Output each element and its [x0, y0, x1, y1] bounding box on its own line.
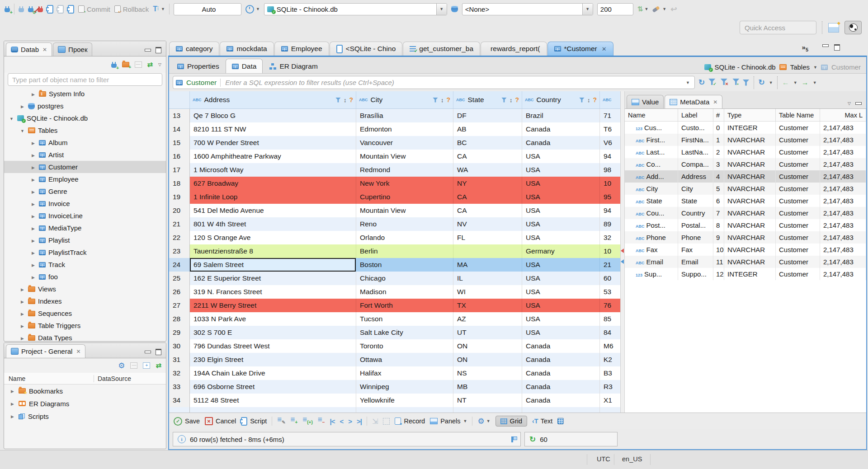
row-number[interactable]: 19	[169, 190, 190, 204]
cell-table-name[interactable]: Customer	[776, 268, 820, 280]
cell-country[interactable]: USA	[522, 272, 600, 285]
cell-ordinal[interactable]: 0	[713, 122, 724, 134]
cell-state[interactable]: ON	[453, 353, 522, 366]
cell-address[interactable]: Tauentzienstraße 8	[190, 244, 356, 258]
table-row[interactable]: 18 627 Broadway New York NY USA 10	[169, 177, 620, 190]
cell-country[interactable]: Canada	[522, 353, 600, 366]
column-name[interactable]: Name	[625, 109, 678, 121]
txn-mode-select[interactable]: Auto	[174, 3, 241, 15]
cell-country[interactable]: Canada	[522, 366, 600, 380]
close-icon[interactable]: ✕	[76, 348, 80, 355]
transaction-mode-button[interactable]: T ▼	[153, 5, 165, 13]
table-row[interactable]: 34 5112 48 Street Yellowknife NT Canada …	[169, 394, 620, 407]
minimize-icon[interactable]	[145, 49, 151, 52]
cell-city[interactable]: Brasília	[356, 109, 453, 122]
cell-state[interactable]: AZ	[453, 312, 522, 326]
tree-item[interactable]: Table Triggers	[4, 319, 166, 332]
cell-state[interactable]: MA	[453, 258, 522, 272]
metadata-row[interactable]: Phone Phone 9 NVARCHAR Customer 2,147,48…	[625, 231, 866, 244]
cell-address[interactable]: 2211 W Berry Street	[190, 299, 356, 312]
editor-tab[interactable]: mockdata ✕	[220, 42, 274, 56]
table-row[interactable]: 29 302 S 700 E Salt Lake City UT USA 84	[169, 326, 620, 339]
editor-subtab[interactable]: Data	[226, 59, 263, 73]
cell-country[interactable]: USA	[522, 204, 600, 217]
row-number[interactable]: 15	[169, 136, 190, 150]
cell-postalcode[interactable]: 94	[600, 150, 620, 163]
cell-country[interactable]: Canada	[522, 339, 600, 353]
save-button[interactable]: ✓Save	[174, 417, 200, 426]
cell-address[interactable]: 1600 Amphitheatre Parkway	[190, 150, 356, 163]
tree-expand-icon[interactable]	[9, 413, 15, 419]
tree-expand-icon[interactable]	[30, 250, 36, 255]
tree-expand-icon[interactable]	[19, 128, 25, 133]
tree-expand-icon[interactable]	[19, 286, 25, 292]
cell-postalcode[interactable]: X1	[600, 394, 620, 407]
tree-expand-icon[interactable]	[30, 238, 36, 243]
row-number[interactable]: 20	[169, 204, 190, 217]
cell-ordinal[interactable]: 8	[713, 219, 724, 231]
column-ordinal[interactable]: #	[713, 109, 724, 121]
row-number[interactable]: 21	[169, 217, 190, 231]
undo-icon[interactable]: ↩	[670, 5, 677, 14]
cell-city[interactable]: Vancouver	[356, 136, 453, 150]
cell-address[interactable]: 302 S 700 E	[190, 326, 356, 339]
cell-postalcode[interactable]: 94	[600, 204, 620, 217]
cell-city[interactable]: Yellowknife	[356, 394, 453, 407]
cell-state[interactable]: TX	[453, 299, 522, 312]
tree-expand-icon[interactable]	[30, 189, 36, 194]
row-number[interactable]: 28	[169, 312, 190, 326]
cell-postalcode[interactable]: 84	[600, 326, 620, 339]
cell-type[interactable]: NVARCHAR	[724, 170, 776, 183]
cell-postalcode[interactable]: 76	[600, 299, 620, 312]
cell-city[interactable]: Fort Worth	[356, 299, 453, 312]
editor-tab[interactable]: Employee ✕	[274, 42, 329, 56]
add-row-icon[interactable]: ≡+	[291, 417, 298, 426]
cell-type[interactable]: NVARCHAR	[724, 183, 776, 195]
cell-address[interactable]: 1033 N Park Ave	[190, 312, 356, 326]
row-number[interactable]: 17	[169, 163, 190, 177]
cell-table-name[interactable]: Customer	[776, 158, 820, 170]
cell-ordinal[interactable]: 10	[713, 244, 724, 256]
corner-cell[interactable]	[169, 91, 190, 108]
row-number[interactable]: 25	[169, 272, 190, 285]
filter-icon[interactable]	[579, 98, 585, 103]
tree-item[interactable]: System Info	[4, 88, 166, 100]
cell-type[interactable]: NVARCHAR	[724, 134, 776, 146]
refresh-icon[interactable]: ↻	[698, 78, 705, 87]
cell-city[interactable]: Mountain View	[356, 204, 453, 217]
cell-state[interactable]: DF	[453, 109, 522, 122]
tree-expand-icon[interactable]	[19, 299, 25, 304]
cell-address[interactable]: 230 Elgin Street	[190, 353, 356, 366]
cell-table-name[interactable]: Customer	[776, 170, 820, 183]
table-row[interactable]: 20 541 Del Medio Avenue Mountain View CA…	[169, 204, 620, 217]
apply-filter-icon[interactable]: ✓	[708, 79, 717, 86]
settings-button[interactable]: ⚙▼	[477, 417, 490, 426]
panels-button[interactable]: Panels▼	[430, 417, 467, 425]
cell-postalcode[interactable]: V6	[600, 136, 620, 150]
cell-ordinal[interactable]: 11	[713, 256, 724, 268]
tree-expand-icon[interactable]	[30, 262, 36, 267]
sync-connection-button[interactable]: ⇅ ▼	[637, 5, 649, 13]
table-row[interactable]: 23 Tauentzienstraße 8 Berlin Germany 10	[169, 244, 620, 258]
table-row[interactable]: 32 194A Chain Lake Drive Halifax NS Cana…	[169, 366, 620, 380]
cell-column-name[interactable]: Phone	[625, 231, 678, 244]
column-max-length[interactable]: Max L	[820, 109, 866, 121]
row-number[interactable]: 24	[169, 258, 190, 272]
reconnect-icon[interactable]: ⟳	[28, 8, 33, 12]
tree-expand-icon[interactable]	[30, 201, 36, 206]
cell-postalcode[interactable]: 89	[600, 217, 620, 231]
tree-expand-icon[interactable]	[30, 274, 36, 280]
row-number[interactable]: 27	[169, 299, 190, 312]
metadata-row[interactable]: Cus... Custo... 0 INTEGER Customer 2,147…	[625, 122, 866, 134]
cell-postalcode[interactable]: 85	[600, 312, 620, 326]
metadata-row[interactable]: Co... Compa... 3 NVARCHAR Customer 2,147…	[625, 158, 866, 170]
cell-state[interactable]: NY	[453, 177, 522, 190]
cell-city[interactable]: Chicago	[356, 272, 453, 285]
cell-state[interactable]: NT	[453, 394, 522, 407]
cell-max-length[interactable]: 2,147,483	[820, 256, 866, 268]
row-number[interactable]: 18	[169, 177, 190, 190]
column-header-address[interactable]: ABCAddress ↕?	[190, 91, 356, 108]
connection-dropdown-icon[interactable]: ▼	[436, 4, 447, 15]
cell-city[interactable]: Edmonton	[356, 122, 453, 136]
close-icon[interactable]: ✕	[713, 99, 717, 105]
